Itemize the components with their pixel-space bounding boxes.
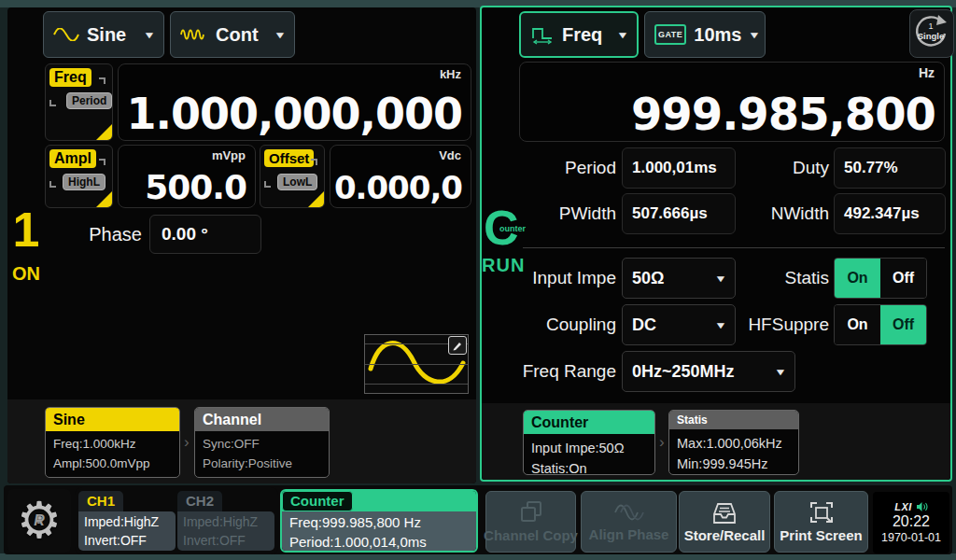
statistics-on-option[interactable]: On bbox=[835, 259, 880, 298]
ch1-invert: Invert:OFF bbox=[84, 531, 176, 550]
ch1-status-card[interactable]: CH1 Imped:HighZ Invert:OFF bbox=[78, 491, 176, 551]
pencil-icon bbox=[452, 340, 463, 351]
statistics-toggle[interactable]: On Off bbox=[834, 258, 927, 299]
system-time: 20:22 bbox=[893, 512, 930, 531]
corner-bracket-icon bbox=[264, 181, 271, 188]
offset-active-pill: Offset bbox=[264, 149, 314, 167]
hf-suppress-off-option[interactable]: Off bbox=[880, 305, 926, 344]
pwidth-value[interactable]: 507.666µs bbox=[622, 193, 736, 234]
waveform-preview[interactable] bbox=[364, 334, 469, 394]
period-value[interactable]: 1.000,01ms bbox=[622, 147, 736, 189]
freq-param-selector[interactable]: Freq Period bbox=[45, 63, 113, 141]
continuous-wave-icon bbox=[180, 28, 208, 41]
freq-active-pill: Freq bbox=[49, 68, 91, 87]
phase-field[interactable]: 0.00 ° bbox=[149, 215, 261, 254]
channel-status-group: CH1 Imped:HighZ Invert:OFF CH2 Imped:Hig… bbox=[75, 487, 278, 554]
lowl-alt-pill: LowL bbox=[277, 174, 317, 190]
print-screen-button[interactable]: Print Screen bbox=[774, 491, 868, 553]
run-mode-label: Cont bbox=[216, 24, 259, 46]
input-impedance-dropdown[interactable]: 50Ω ▼ bbox=[622, 258, 736, 299]
swap-corner-icon bbox=[96, 124, 112, 140]
chevron-down-icon: ▼ bbox=[143, 30, 156, 40]
chevron-down-icon: ▼ bbox=[274, 30, 287, 40]
freq-range-dropdown[interactable]: 0Hz~250MHz ▼ bbox=[622, 351, 795, 392]
statis-card-max: Max:1.000,06kHz bbox=[677, 433, 791, 454]
counter-measure-dropdown[interactable]: Freq ▼ bbox=[519, 11, 639, 58]
sine-wave-icon bbox=[53, 28, 79, 41]
align-phase-label: Align Phase bbox=[589, 526, 669, 542]
counter-value: 999.985,800 bbox=[631, 88, 935, 140]
freq-range-label: Freq Range bbox=[510, 351, 616, 392]
counter-panel: C ounter RUN Freq ▼ GATE 10ms ▼ 1 Single… bbox=[480, 6, 952, 482]
store-recall-button[interactable]: Store/Recall bbox=[679, 491, 770, 553]
gate-badge: GATE bbox=[654, 24, 686, 45]
channel-on-badge: ON bbox=[7, 263, 45, 285]
channel-copy-button[interactable]: Channel Copy bbox=[485, 491, 576, 553]
single-loop-icon: 1 Single bbox=[912, 13, 951, 54]
nwidth-label: NWidth bbox=[743, 193, 829, 234]
lxi-logo: LXI bbox=[894, 501, 912, 512]
frequency-value: 1.000,000,000 bbox=[127, 89, 463, 139]
duty-value[interactable]: 50.77% bbox=[834, 147, 946, 189]
statistics-label: Statis bbox=[762, 258, 829, 299]
brand-logo-letter: R bbox=[34, 512, 45, 529]
frequency-display[interactable]: kHz 1.000,000,000 bbox=[118, 63, 471, 141]
chevron-down-icon: ▼ bbox=[714, 273, 727, 284]
hf-suppress-toggle[interactable]: On Off bbox=[834, 304, 927, 345]
channel1-info-strip: Sine Freq:1.000kHz Ampl:500.0mVpp › Chan… bbox=[7, 399, 476, 483]
swap-corner-icon bbox=[308, 191, 324, 207]
corner-bracket-icon bbox=[49, 100, 56, 106]
coupling-dropdown[interactable]: DC ▼ bbox=[622, 304, 736, 345]
chevron-down-icon: ▼ bbox=[616, 30, 629, 40]
system-status-block: LXI 20:22 1970-01-01 bbox=[873, 492, 949, 553]
offset-display[interactable]: Vdc 0.000,0 bbox=[330, 145, 471, 208]
chevron-down-icon: ▼ bbox=[748, 30, 761, 40]
statis-card-title: Statis bbox=[669, 411, 798, 429]
counter-badge-rest: ounter bbox=[499, 224, 526, 233]
amplitude-display[interactable]: mVpp 500.0 bbox=[118, 145, 256, 208]
channel-info-card[interactable]: Channel Sync:OFF Polarity:Positive bbox=[194, 407, 330, 478]
input-impedance-label: Input Impe bbox=[519, 258, 616, 299]
gate-time-dropdown[interactable]: GATE 10ms ▼ bbox=[644, 11, 766, 58]
edit-waveform-button[interactable] bbox=[448, 336, 467, 355]
sine-card-freq: Freq:1.000kHz bbox=[53, 435, 172, 455]
system-date: 1970-01-01 bbox=[881, 531, 941, 544]
ampl-param-selector[interactable]: Ampl HighL bbox=[45, 145, 113, 208]
phase-label: Phase bbox=[80, 215, 142, 254]
align-phase-button[interactable]: Align Phase bbox=[581, 491, 677, 553]
divider bbox=[523, 247, 945, 248]
sine-info-card[interactable]: Sine Freq:1.000kHz Ampl:500.0mVpp bbox=[45, 407, 180, 478]
highl-alt-pill: HighL bbox=[63, 174, 105, 190]
nwidth-value[interactable]: 492.347µs bbox=[834, 193, 946, 234]
counter-run-status: RUN bbox=[482, 255, 523, 276]
ch2-tab: CH2 bbox=[177, 491, 222, 511]
period-label: Period bbox=[534, 147, 616, 189]
frequency-unit: kHz bbox=[440, 67, 461, 81]
waveform-dropdown[interactable]: Sine ▼ bbox=[43, 11, 164, 58]
pulse-width-icon bbox=[530, 24, 555, 45]
counter-main-display[interactable]: Hz 999.985,800 bbox=[519, 62, 945, 142]
ch2-status-card[interactable]: CH2 Imped:HighZ Invert:OFF bbox=[177, 491, 274, 551]
offset-param-selector[interactable]: Offset LowL bbox=[260, 145, 325, 208]
run-mode-dropdown[interactable]: Cont ▼ bbox=[170, 11, 295, 58]
single-number: 1 bbox=[928, 21, 933, 31]
single-trigger-button[interactable]: 1 Single bbox=[909, 9, 954, 58]
counter-info-strip: Counter Input Impe:50Ω Statis:On › Stati… bbox=[482, 403, 950, 480]
statistics-off-option[interactable]: Off bbox=[880, 259, 926, 298]
corner-bracket-icon bbox=[99, 159, 105, 165]
offset-value: 0.000,0 bbox=[334, 169, 462, 206]
ampl-active-pill: Ampl bbox=[49, 149, 96, 168]
corner-bracket-icon bbox=[311, 159, 317, 165]
counter-status-card[interactable]: Counter Freq:999.985,800 Hz Period:1.000… bbox=[280, 489, 478, 553]
amplitude-value: 500.0 bbox=[145, 168, 246, 206]
grid-line bbox=[365, 364, 468, 365]
channel-card-sync: Sync:OFF bbox=[203, 435, 321, 455]
speaker-icon bbox=[916, 501, 928, 512]
statis-info-card[interactable]: Statis Max:1.000,06kHz Min:999.945Hz bbox=[668, 410, 799, 475]
print-screen-label: Print Screen bbox=[780, 527, 862, 543]
statis-card-min: Min:999.945Hz bbox=[677, 454, 791, 474]
hf-suppress-on-option[interactable]: On bbox=[835, 305, 880, 344]
counter-info-card[interactable]: Counter Input Impe:50Ω Statis:On bbox=[523, 410, 655, 475]
system-settings-button[interactable]: ⚙ R bbox=[7, 489, 71, 553]
counter-status-freq: Freq:999.985,800 Hz bbox=[289, 512, 476, 532]
